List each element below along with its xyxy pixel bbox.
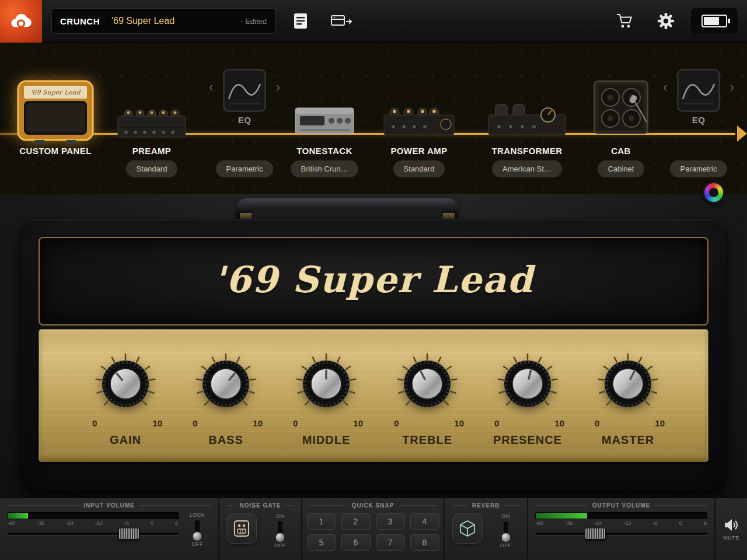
quick-snap-1[interactable]: 1 — [307, 513, 336, 530]
reverb-title: REVERB — [452, 501, 520, 509]
db-tick: 0 — [679, 520, 682, 526]
toggle-track[interactable] — [278, 522, 282, 540]
noise-gate-button[interactable] — [226, 513, 257, 544]
chain-item-power-amp[interactable]: POWER AMP Standard — [375, 43, 463, 194]
db-tick: -6 — [653, 520, 658, 526]
toggle-knob[interactable] — [193, 531, 203, 541]
noise-gate-toggle[interactable]: ON OFF — [266, 513, 294, 548]
knob-dial[interactable] — [93, 352, 158, 416]
db-tick: -36 — [37, 520, 44, 526]
move-right-chevron-icon[interactable]: › — [276, 81, 280, 94]
chain-item-model-pill[interactable]: Standard — [393, 160, 445, 177]
input-volume-slider[interactable] — [7, 527, 179, 541]
db-tick: -12 — [623, 520, 631, 526]
knob-label: GAIN — [79, 433, 172, 447]
amp-logo-text: '69 Super Lead — [40, 258, 707, 301]
db-tick: -24 — [66, 520, 74, 526]
noise-gate-icon — [233, 519, 250, 538]
knob-gain[interactable]: 0 10 GAIN — [93, 352, 158, 451]
knob-master[interactable]: 0 10 MASTER — [596, 352, 660, 451]
cart-icon — [615, 13, 634, 29]
knob-dial[interactable] — [395, 352, 459, 416]
input-volume-title: INPUT VOLUME — [7, 501, 211, 509]
move-left-chevron-icon[interactable]: ‹ — [209, 81, 213, 94]
amp-app-window: CRUNCH '69 Super Lead - Edited — [0, 0, 747, 560]
reverb-button[interactable] — [452, 513, 483, 544]
knob-max-label: 10 — [454, 418, 464, 428]
quick-snap-5[interactable]: 5 — [307, 534, 336, 551]
input-volume-slider-handle[interactable] — [118, 528, 139, 540]
knob-dial[interactable] — [495, 352, 560, 416]
knob-label: BASS — [179, 433, 273, 447]
move-right-chevron-icon[interactable]: › — [730, 81, 734, 94]
knob-max-label: 10 — [655, 418, 665, 428]
toggle-knob[interactable] — [501, 533, 511, 542]
input-db-scale: -60 -36 -24 -12 -6 0 6 — [8, 520, 178, 526]
output-volume-slider[interactable] — [535, 527, 707, 541]
chain-item-model-pill[interactable]: Standard — [126, 160, 178, 177]
quick-snap-grid: 1 2 3 4 5 6 7 8 — [309, 513, 437, 551]
store-cart-button[interactable] — [615, 13, 634, 29]
quick-snap-7[interactable]: 7 — [376, 534, 405, 551]
quick-snap-4[interactable]: 4 — [410, 513, 439, 530]
knob-dial[interactable] — [194, 352, 258, 416]
chain-item-model-pill[interactable]: American St… — [492, 160, 562, 177]
signal-chain-view-button[interactable] — [330, 12, 354, 30]
input-lock-toggle[interactable]: LOCK OFF — [183, 512, 211, 547]
chain-item-preamp[interactable]: PREAMP Standard — [108, 43, 196, 194]
output-volume-slider-handle[interactable] — [585, 528, 606, 540]
db-tick: 6 — [704, 520, 707, 526]
preset-field[interactable]: CRUNCH '69 Super Lead - Edited — [51, 8, 275, 34]
off-label: OFF — [191, 541, 203, 547]
color-wheel-button[interactable] — [703, 181, 725, 204]
chain-item-tonestack[interactable]: TONESTACK British Crun… — [281, 43, 368, 194]
toggle-knob[interactable] — [275, 533, 285, 542]
knob-min-label: 0 — [293, 418, 298, 428]
knob-middle[interactable]: 0 10 MIDDLE — [294, 352, 358, 451]
quick-snap-8[interactable]: 8 — [410, 534, 439, 551]
move-left-chevron-icon[interactable]: ‹ — [663, 81, 667, 94]
chain-item-custom-panel[interactable]: '69 Super Lead CUSTOM PANEL — [9, 43, 102, 194]
slider-track — [7, 533, 179, 535]
settings-gear-button[interactable] — [657, 12, 675, 30]
knob-treble[interactable]: 0 10 TREBLE — [395, 352, 459, 451]
preset-list-button[interactable] — [293, 12, 308, 30]
quick-snap-3[interactable]: 3 — [376, 513, 405, 530]
mute-section: MUTE — [715, 498, 747, 560]
chain-item-eq-1[interactable]: ‹ › EQ Parametric — [201, 43, 288, 194]
mute-button[interactable]: MUTE — [723, 518, 739, 541]
cloud-logo-icon — [9, 11, 33, 31]
chain-item-model-pill[interactable]: Parametric — [670, 160, 728, 177]
chain-item-label: CAB — [577, 146, 665, 156]
preset-name: '69 Super Lead — [111, 16, 229, 26]
chain-item-transformer[interactable]: TRANSFORMER American St… — [483, 43, 571, 194]
db-tick: -60 — [536, 520, 543, 526]
top-bar: CRUNCH '69 Super Lead - Edited — [0, 0, 747, 43]
knob-dial[interactable] — [294, 352, 358, 416]
input-level-fill — [8, 513, 28, 519]
eq-thumbnail — [223, 69, 266, 114]
input-volume-section: INPUT VOLUME -60 -36 -24 -12 -6 0 6 — [0, 498, 219, 560]
quick-snap-2[interactable]: 2 — [341, 513, 371, 530]
knob-presence[interactable]: 0 10 PRESENCE — [495, 352, 560, 451]
knob-bass[interactable]: 0 10 BASS — [194, 352, 258, 451]
knob-dial[interactable] — [596, 352, 660, 416]
toggle-track[interactable] — [504, 522, 508, 540]
tonecloud-logo-button[interactable] — [0, 0, 42, 43]
toggle-track[interactable] — [195, 520, 200, 539]
knob-label: MIDDLE — [280, 433, 373, 447]
db-tick: 0 — [151, 520, 153, 526]
quick-snap-6[interactable]: 6 — [341, 534, 371, 551]
on-label: ON — [276, 513, 285, 519]
slider-track — [535, 533, 707, 535]
chain-item-model-pill[interactable]: Parametric — [216, 160, 274, 177]
battery-fill — [704, 17, 719, 25]
reverb-toggle[interactable]: ON OFF — [492, 513, 520, 548]
chain-item-model-pill[interactable]: Cabinet — [598, 160, 645, 177]
chain-item-model-pill[interactable]: British Crun… — [291, 160, 359, 177]
reverb-cube-icon — [459, 520, 476, 537]
chain-item-eq-2[interactable]: ‹ › EQ Parametric — [655, 43, 742, 194]
knob-min-label: 0 — [92, 418, 97, 428]
chain-item-cab[interactable]: CAB Cabinet — [577, 43, 665, 194]
chain-item-label: EQ — [655, 115, 742, 125]
